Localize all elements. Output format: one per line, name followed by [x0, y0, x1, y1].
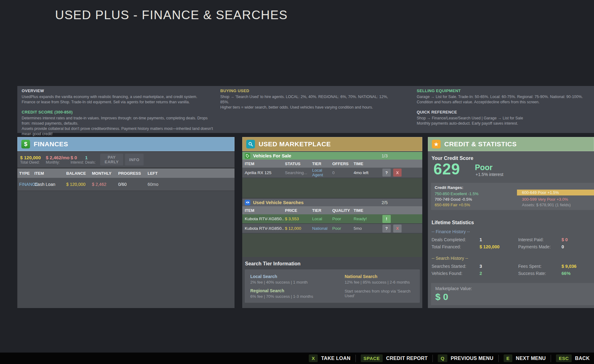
cell-item: Kubota RTV-XG850..: [245, 226, 285, 231]
info-credit-score-line1: Determines interest rates and trade-in v…: [22, 116, 213, 126]
col-price: PRICE: [285, 208, 312, 213]
credit-report-action[interactable]: SPACE CREDIT REPORT: [361, 354, 428, 362]
cell-time: 5mo: [354, 226, 381, 231]
col-time: TIME: [354, 208, 381, 213]
used-vehicle-searches-count: 2/5: [382, 200, 388, 205]
cell-item: Cash Loan: [34, 182, 66, 187]
deals-completed-label: Deals Completed:: [432, 237, 480, 242]
monthly-label: Monthly:: [46, 160, 71, 165]
search-cancel-button[interactable]: X: [393, 225, 402, 233]
search-help-button[interactable]: ?: [382, 225, 391, 233]
dollar-icon: $: [21, 140, 30, 148]
finances-panel: $ FINANCES $ 120,000 Total Owed: $ 2,462…: [17, 137, 235, 308]
credit-report-label: CREDIT REPORT: [386, 356, 428, 361]
interest-value: $ 0: [71, 155, 85, 160]
info-buying-used-title: BUYING USED: [220, 88, 394, 93]
col-tier: TIER: [312, 161, 332, 166]
cell-type: FINANCE: [19, 182, 34, 187]
regional-search-name: Regional Search: [250, 288, 345, 293]
empty-rows-area: [17, 191, 235, 308]
credit-interest-modifier: +1.5% interest: [476, 172, 503, 177]
credit-title: CREDIT & STATISTICS: [444, 140, 517, 148]
vehicles-for-sale-bar: Vehicles For Sale 1/3: [242, 151, 422, 160]
back-action[interactable]: ESC BACK: [556, 354, 590, 362]
search-tier-info-section: Search Tier Information Local Search 2% …: [242, 257, 422, 308]
col-item: ITEM: [245, 208, 285, 213]
info-quick-reference-title: QUICK REFERENCE: [417, 110, 590, 114]
searches-table-header: ITEM PRICE TIER QUALITY TIME: [242, 206, 422, 214]
page-title: USED PLUS - FINANCE & SEARCHES: [55, 8, 288, 22]
search-tier-info-box: Local Search 2% fee | 40% success | 1 mo…: [245, 269, 420, 303]
cell-time: 4mo left: [354, 170, 381, 175]
searches-started-label: Searches Started:: [432, 264, 480, 269]
search-row-ready[interactable]: Kubota RTV-XG850.. $ 3,553 Local Poor Re…: [242, 214, 422, 224]
cell-offers: 0: [332, 170, 354, 175]
cell-left: 60mo: [148, 182, 235, 187]
take-loan-action[interactable]: X TAKE LOAN: [309, 354, 350, 362]
key-q[interactable]: Q: [438, 354, 447, 362]
info-buying-used-line2: Higher tiers = wider search, better odds…: [220, 105, 394, 110]
finance-history-title: -- Finance History --: [432, 229, 470, 234]
col-offers: OFFERS: [332, 161, 354, 166]
payments-made-label: Payments Made:: [518, 244, 562, 249]
monthly-stat: $ 2,462/mo Monthly:: [46, 155, 71, 165]
col-time: TIME: [354, 161, 381, 166]
back-label: BACK: [575, 356, 590, 361]
info-button[interactable]: INFO: [125, 154, 144, 165]
used-vehicle-searches-title: Used Vehicle Searches: [253, 200, 303, 205]
info-quick-reference-line1: Shop → Finance/Lease/Search Used | Garag…: [417, 116, 590, 121]
finances-header: $ FINANCES: [17, 137, 235, 151]
divider: [498, 355, 499, 362]
info-buying-used-line1: Shop → 'Search Used' to hire agents. LOC…: [220, 94, 394, 105]
info-selling-equipment-line2: Condition and hours affect value. Accept…: [417, 100, 590, 105]
col-left: LEFT: [148, 171, 235, 176]
interest-label: Interest:: [71, 160, 85, 165]
listing-help-button[interactable]: ?: [382, 169, 391, 177]
marketplace-value-box: Marketplace Value: $ 0: [431, 283, 594, 305]
info-overview-line2: Finance or lease from Shop. Trade-In old…: [22, 100, 213, 105]
next-menu-label: NEXT MENU: [516, 356, 546, 361]
range-poor: 600-649 Poor +1.5%: [517, 190, 594, 195]
pay-early-button[interactable]: PAY EARLY: [100, 154, 123, 165]
previous-menu-label: PREVIOUS MENU: [451, 356, 493, 361]
deals-label: Deals:: [85, 160, 98, 165]
col-item: ITEM: [245, 161, 285, 166]
fees-spent-label: Fees Spent:: [518, 264, 562, 269]
search-row-pending[interactable]: Kubota RTV-XG850.. $ 12,000 National Poo…: [242, 224, 422, 233]
credit-ranges-title: Credit Ranges:: [435, 185, 463, 190]
monthly-value: $ 2,462/mo: [46, 155, 71, 160]
regional-search-desc: 6% fee | 70% success | 1-3 months: [250, 294, 345, 299]
col-type: TYPE: [19, 171, 34, 176]
cell-tier: National: [312, 226, 332, 231]
key-x[interactable]: X: [309, 354, 318, 362]
listing-cancel-button[interactable]: X: [393, 169, 402, 177]
key-esc[interactable]: ESC: [556, 354, 571, 362]
previous-menu-action[interactable]: Q PREVIOUS MENU: [438, 354, 493, 362]
local-search-name: Local Search: [250, 274, 345, 279]
col-tier: TIER: [312, 208, 332, 213]
vehicles-table-header: ITEM STATUS TIER OFFERS TIME: [242, 160, 422, 168]
local-search-info: Local Search 2% fee | 40% success | 1 mo…: [250, 274, 345, 285]
range-fair: 650-699 Fair +0.5%: [435, 202, 470, 208]
marketplace-title: USED MARKETPLACE: [259, 140, 331, 148]
search-claim-button[interactable]: !: [382, 215, 391, 223]
key-e[interactable]: E: [504, 354, 513, 362]
national-search-desc: 12% fee | 85% success | 2-6 months: [345, 280, 414, 285]
cell-tier: Local Agent: [312, 168, 332, 177]
cell-balance: $ 120,000: [66, 182, 92, 187]
key-space[interactable]: SPACE: [361, 354, 383, 362]
finance-row-cash-loan[interactable]: FINANCE Cash Loan $ 120,000 $ 2,462 0/60…: [17, 178, 235, 191]
vehicles-for-sale-title: Vehicles For Sale: [253, 153, 291, 158]
deals-stat: 1 Deals:: [85, 155, 98, 165]
cell-tier: Local: [312, 216, 332, 221]
cell-item: Kubota RTV-XG850..: [245, 216, 285, 221]
credit-rating: Poor: [475, 163, 493, 172]
deals-value: 1: [85, 155, 98, 160]
cell-price: $ 12,000: [285, 226, 312, 231]
regional-search-info: Regional Search 6% fee | 70% success | 1…: [250, 288, 345, 299]
cell-price: $ 3,553: [285, 216, 312, 221]
next-menu-action[interactable]: E NEXT MENU: [504, 354, 546, 362]
vehicle-listing-row[interactable]: Aprilia RX 125 Searching... Local Agent …: [242, 168, 422, 178]
search-icon: [246, 140, 255, 148]
national-search-info: National Search 12% fee | 85% success | …: [345, 274, 414, 285]
